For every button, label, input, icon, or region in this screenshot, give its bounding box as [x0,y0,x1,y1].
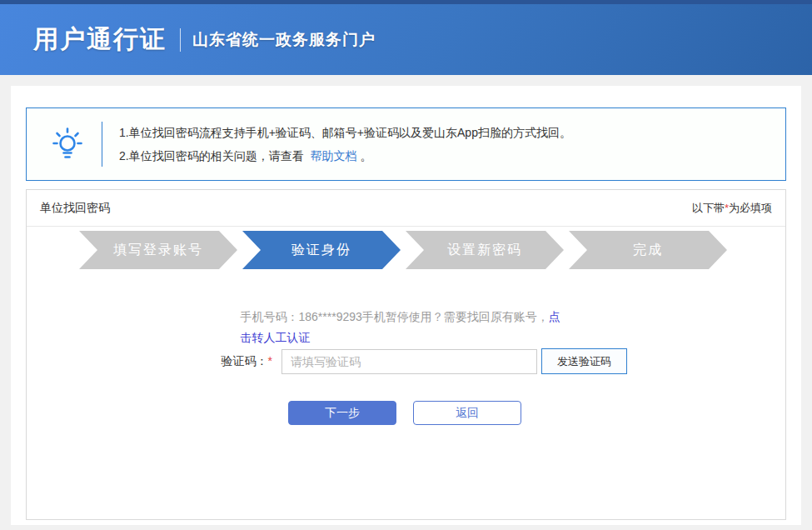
code-label-text: 验证码： [222,354,268,368]
header-title-divider [180,28,181,52]
step-set-new-password: 设置新密码 [406,231,564,269]
notice-line-2: 2.单位找回密码的相关问题，请查看 帮助文档 。 [119,144,571,168]
page-header: 用户通行证 山东省统一政务服务门户 [0,4,812,75]
panel-title: 单位找回密码 [40,201,110,216]
send-code-button[interactable]: 发送验证码 [541,348,627,374]
required-note-prefix: 以下带 [692,202,725,214]
code-required-star: * [268,354,272,368]
content-card: 1.单位找回密码流程支持手机+验证码、邮箱号+验证码以及爱山东App扫脸的方式找… [11,86,801,525]
site-subtitle: 山东省统一政务服务门户 [192,29,376,51]
lightbulb-icon [42,127,93,162]
step-verify-identity: 验证身份 [242,231,401,269]
phone-notice-text: 手机号码：186****9293手机暂停使用？需要找回原有账号， [241,310,549,323]
notice-line-1: 1.单位找回密码流程支持手机+验证码、邮箱号+验证码以及爱山东App扫脸的方式找… [119,121,571,144]
step-fill-account: 填写登录账号 [79,231,237,269]
notice-line-2-text: 2.单位找回密码的相关问题，请查看 [119,149,304,162]
recover-password-panel: 单位找回密码 以下带*为必填项 填写登录账号 验证身份 设置新密码 完成 手机号… [26,189,786,520]
notice-text: 1.单位找回密码流程支持手机+验证码、邮箱号+验证码以及爱山东App扫脸的方式找… [119,121,571,168]
next-step-button[interactable]: 下一步 [288,401,396,425]
notice-box: 1.单位找回密码流程支持手机+验证码、邮箱号+验证码以及爱山东App扫脸的方式找… [26,108,786,181]
notice-divider [102,122,102,167]
code-label: 验证码：* [216,354,272,369]
verification-code-row: 验证码：* 发送验证码 [216,348,785,374]
required-note: 以下带*为必填项 [692,201,772,216]
panel-header: 单位找回密码 以下带*为必填项 [27,190,785,227]
step-complete: 完成 [569,231,727,269]
required-note-suffix: 为必填项 [729,202,772,214]
phone-notice: 手机号码：186****9293手机暂停使用？需要找回原有账号，点击转人工认证 [241,307,572,348]
action-buttons: 下一步 返回 [288,401,785,425]
site-title: 用户通行证 [33,22,167,57]
step-indicator: 填写登录账号 验证身份 设置新密码 完成 [79,231,785,269]
verification-code-input[interactable] [281,349,537,374]
notice-line-2-period: 。 [360,149,371,162]
help-doc-link[interactable]: 帮助文档 [311,149,357,162]
back-button[interactable]: 返回 [413,401,521,425]
